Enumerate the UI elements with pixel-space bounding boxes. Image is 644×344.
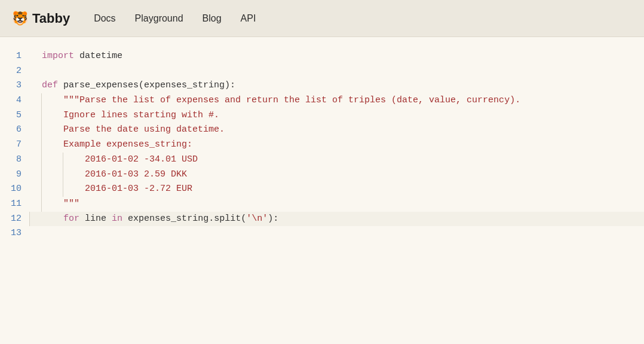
line-number-gutter: 12345678910111213 xyxy=(0,49,30,241)
indent-guide xyxy=(41,93,42,108)
indent-guide xyxy=(41,153,42,168)
line-number: 11 xyxy=(0,197,22,212)
nav-playground[interactable]: Playground xyxy=(135,13,183,24)
nav-blog[interactable]: Blog xyxy=(203,13,222,24)
line-number: 8 xyxy=(0,153,22,168)
indent-guide xyxy=(63,153,63,168)
code-token: expenses_string xyxy=(144,80,225,90)
code-line[interactable]: """ xyxy=(42,197,644,212)
code-line[interactable]: Example expenses_string: xyxy=(42,138,644,153)
indent-guide xyxy=(63,168,63,182)
code-token: """Parse the list of expenses and return… xyxy=(42,95,520,105)
code-token: Example expenses_string: xyxy=(42,139,192,150)
nav-api[interactable]: API xyxy=(241,13,256,24)
line-number: 12 xyxy=(0,212,22,227)
code-token: expenses_string.split( xyxy=(128,214,246,224)
code-token xyxy=(79,214,85,224)
code-token xyxy=(106,214,112,224)
code-line[interactable]: Parse the date using datetime. xyxy=(42,123,644,138)
code-content[interactable]: import datetimedef parse_expenses(expens… xyxy=(30,49,644,241)
code-token: parse_expenses xyxy=(63,80,139,90)
nav-docs[interactable]: Docs xyxy=(94,13,115,24)
code-token: datetime xyxy=(79,51,122,61)
indent-guide xyxy=(63,182,63,197)
line-number: 2 xyxy=(0,64,22,79)
code-token: line xyxy=(85,214,106,224)
code-line[interactable]: Ignore lines starting with #. xyxy=(42,108,644,123)
code-line[interactable]: for line in expenses_string.split('\n'): xyxy=(30,212,644,227)
line-number: 5 xyxy=(0,108,22,123)
indent-guide xyxy=(41,182,42,197)
code-token xyxy=(42,214,63,224)
indent-guide xyxy=(29,212,30,227)
line-number: 6 xyxy=(0,123,22,138)
indent-guide xyxy=(41,197,42,212)
code-line[interactable]: """Parse the list of expenses and return… xyxy=(42,93,644,108)
code-token: in xyxy=(112,214,122,224)
line-number: 1 xyxy=(0,49,22,64)
code-editor[interactable]: 12345678910111213 import datetimedef par… xyxy=(0,37,644,241)
code-token: Parse the date using datetime. xyxy=(42,124,225,135)
line-number: 10 xyxy=(0,182,22,197)
header-bar: 🐯 Tabby Docs Playground Blog API xyxy=(0,0,644,37)
line-number: 4 xyxy=(0,93,22,108)
code-token: '\n' xyxy=(246,214,268,224)
code-line[interactable]: 2016-01-02 -34.01 USD xyxy=(42,153,644,168)
tabby-logo-icon: 🐯 xyxy=(12,11,27,26)
code-token: import xyxy=(42,51,74,61)
code-token xyxy=(122,214,128,224)
code-token xyxy=(74,51,79,61)
code-token: 2016-01-02 -34.01 USD xyxy=(42,154,198,165)
code-token xyxy=(58,80,63,90)
code-token: """ xyxy=(42,199,79,209)
indent-guide xyxy=(41,108,42,123)
code-token: 2016-01-03 -2.72 EUR xyxy=(42,184,192,194)
indent-guide xyxy=(41,138,42,153)
code-line[interactable]: def parse_expenses(expenses_string): xyxy=(42,78,644,93)
code-token: Ignore lines starting with #. xyxy=(42,110,219,120)
logo-text: Tabby xyxy=(32,11,70,26)
code-token: ( xyxy=(139,80,144,90)
line-number: 3 xyxy=(0,78,22,93)
main-nav: Docs Playground Blog API xyxy=(94,13,256,24)
code-line[interactable] xyxy=(42,64,644,79)
indent-guide xyxy=(41,123,42,138)
indent-guide xyxy=(41,168,42,182)
code-line[interactable]: 2016-01-03 2.59 DKK xyxy=(42,168,644,182)
code-token: ): xyxy=(268,214,278,224)
code-line[interactable] xyxy=(42,226,644,241)
line-number: 7 xyxy=(0,138,22,153)
line-number: 9 xyxy=(0,168,22,182)
code-token: 2016-01-03 2.59 DKK xyxy=(42,169,187,179)
code-line[interactable]: 2016-01-03 -2.72 EUR xyxy=(42,182,644,197)
code-line[interactable]: import datetime xyxy=(42,49,644,64)
code-token: def xyxy=(42,80,58,90)
code-token: for xyxy=(63,214,79,224)
line-number: 13 xyxy=(0,226,22,241)
code-token: ): xyxy=(225,80,235,90)
logo-group[interactable]: 🐯 Tabby xyxy=(12,11,70,26)
